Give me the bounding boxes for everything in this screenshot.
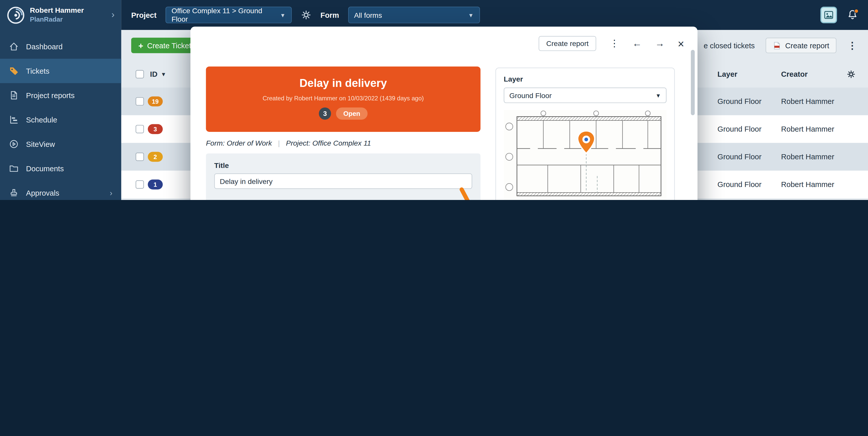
previous-ticket-arrow-icon[interactable]: ← xyxy=(632,39,642,48)
meta-divider: | xyxy=(278,139,280,147)
next-ticket-arrow-icon[interactable]: → xyxy=(655,39,664,48)
topbar: Project Office Complex 11 > Ground Floor… xyxy=(121,0,868,30)
sidebar-item-documents[interactable]: Documents xyxy=(0,156,121,181)
create-report-button[interactable]: Create report xyxy=(766,38,836,53)
ticket-id-badge[interactable]: 1 xyxy=(148,179,163,189)
project-label: Project xyxy=(131,11,157,19)
app: Robert Hammer PlanRadar › Dashboard Tick… xyxy=(0,0,868,200)
ticket-id-badge[interactable]: 19 xyxy=(148,96,163,106)
layer-cell: Ground Floor xyxy=(717,125,762,134)
creator-cell: Robert Hammer xyxy=(781,125,834,134)
project-settings-gear-icon[interactable] xyxy=(301,9,312,21)
type-of-work-label: Type of Work xyxy=(214,199,259,200)
ticket-title: Delay in delivery xyxy=(217,77,469,90)
project-selector[interactable]: Office Complex 11 > Ground Floor ▼ xyxy=(165,7,291,23)
sidebar-item-label: Project reports xyxy=(26,91,74,99)
form-label: Form xyxy=(320,11,339,19)
layer-select[interactable]: Ground Floor ▼ xyxy=(504,88,666,103)
title-field-label: Title xyxy=(214,161,229,170)
closed-tickets-label[interactable]: e closed tickets xyxy=(704,41,755,50)
notification-dot xyxy=(854,9,858,13)
account-name: Robert Hammer xyxy=(30,6,84,15)
sidebar-item-dashboard[interactable]: Dashboard xyxy=(0,34,121,59)
layer-label: Layer xyxy=(504,75,666,83)
modal-create-report-label: Create report xyxy=(546,39,589,48)
sidebar-item-label: SiteView xyxy=(26,140,55,148)
status-badge[interactable]: Open xyxy=(336,108,368,120)
pdf-icon xyxy=(773,41,781,50)
sidebar-item-project-reports[interactable]: Project reports xyxy=(0,83,121,108)
creator-cell: Robert Hammer xyxy=(781,97,834,106)
plus-icon: + xyxy=(138,41,143,50)
planradar-logo-icon xyxy=(7,6,25,24)
sidebar-item-schedule[interactable]: Schedule xyxy=(0,108,121,132)
floor-plan-preview[interactable] xyxy=(504,110,666,200)
ticket-created-info: Created by Robert Hammer on 10/03/2022 (… xyxy=(217,95,469,101)
column-settings-gear-icon[interactable] xyxy=(846,69,856,79)
image-icon xyxy=(824,10,834,20)
whats-new-button[interactable] xyxy=(820,7,837,23)
sidebar-item-approvals[interactable]: Approvals › xyxy=(0,181,121,200)
project-selector-value: Office Complex 11 > Ground Floor xyxy=(172,7,280,23)
kebab-menu-icon[interactable]: ⋮ xyxy=(847,40,857,51)
chevron-right-icon: › xyxy=(110,188,113,197)
create-ticket-button[interactable]: + Create Ticket xyxy=(131,38,198,53)
sidebar-item-label: Tickets xyxy=(26,67,50,75)
sidebar-item-label: Documents xyxy=(26,164,64,173)
ticket-header-card: Delay in delivery Created by Robert Hamm… xyxy=(206,66,480,132)
siteview-icon xyxy=(9,139,19,149)
stamp-icon xyxy=(9,188,19,198)
row-checkbox[interactable] xyxy=(135,125,144,134)
sort-caret-icon: ▼ xyxy=(161,71,166,77)
ticket-form-panel: Title Type of Work Hindrance × ▼ Trade C… xyxy=(206,153,480,200)
layer-cell: Ground Floor xyxy=(717,97,762,106)
creator-cell: Robert Hammer xyxy=(781,180,834,189)
sidebar-item-label: Approvals xyxy=(26,188,59,197)
chevron-right-icon: › xyxy=(112,9,115,21)
sidebar-item-label: Schedule xyxy=(26,116,57,124)
id-column-header[interactable]: ID ▼ xyxy=(150,70,166,79)
form-selector[interactable]: All forms ▼ xyxy=(348,7,480,23)
account-switcher[interactable]: Robert Hammer PlanRadar › xyxy=(0,0,121,30)
chevron-down-icon: ▼ xyxy=(656,92,661,98)
chevron-down-icon: ▼ xyxy=(468,12,474,18)
tickets-icon xyxy=(9,66,19,76)
folder-icon xyxy=(9,163,19,173)
create-ticket-label: Create Ticket xyxy=(147,41,191,50)
layer-cell: Ground Floor xyxy=(717,153,762,161)
select-all-checkbox[interactable] xyxy=(135,70,144,79)
row-checkbox[interactable] xyxy=(135,153,144,161)
form-selector-value: All forms xyxy=(354,11,382,19)
sidebar-item-tickets[interactable]: Tickets xyxy=(0,59,121,83)
ticket-count-badge: 3 xyxy=(319,108,331,120)
brand-name: PlanRadar xyxy=(30,15,84,24)
title-input[interactable] xyxy=(220,177,467,185)
sidebar-item-label: Dashboard xyxy=(26,42,63,51)
layer-value: Ground Floor xyxy=(509,91,651,99)
id-header-label: ID xyxy=(150,70,157,79)
row-checkbox[interactable] xyxy=(135,97,144,106)
close-icon[interactable]: × xyxy=(678,38,684,49)
title-input-wrap xyxy=(214,173,472,189)
chevron-down-icon: ▼ xyxy=(280,12,285,18)
creator-cell: Robert Hammer xyxy=(781,153,834,161)
modal-create-report-button[interactable]: Create report xyxy=(538,36,596,51)
row-checkbox[interactable] xyxy=(135,180,144,189)
layer-panel: Layer Ground Floor ▼ xyxy=(495,67,675,200)
form-meta: Form: Order of Work xyxy=(206,139,272,147)
ticket-id-badge[interactable]: 3 xyxy=(148,124,163,134)
kebab-menu-icon[interactable]: ⋮ xyxy=(610,39,619,48)
dashboard-icon xyxy=(9,42,19,52)
sidebar-nav: Dashboard Tickets Project reports Schedu… xyxy=(0,34,121,200)
layer-cell: Ground Floor xyxy=(717,180,762,189)
gantt-icon xyxy=(9,115,19,124)
ticket-id-badge[interactable]: 2 xyxy=(148,152,163,162)
notifications-button[interactable] xyxy=(847,9,858,21)
creator-column-header[interactable]: Creator xyxy=(781,70,808,79)
project-meta: Project: Office Complex 11 xyxy=(286,139,371,147)
modal-scrollbar-thumb[interactable] xyxy=(691,50,695,115)
layer-column-header[interactable]: Layer xyxy=(717,70,738,79)
create-report-label: Create report xyxy=(785,41,830,50)
sidebar: Robert Hammer PlanRadar › Dashboard Tick… xyxy=(0,0,121,200)
sidebar-item-siteview[interactable]: SiteView xyxy=(0,132,121,156)
